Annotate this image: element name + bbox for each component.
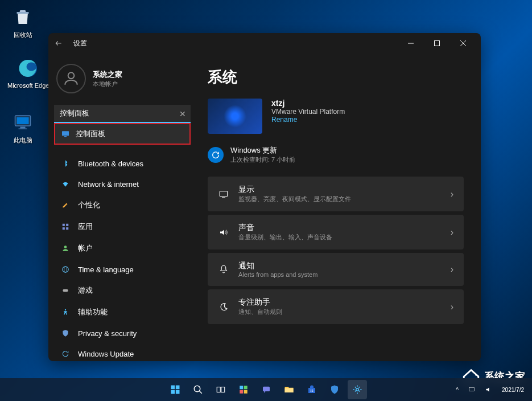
svg-rect-5 <box>19 129 27 130</box>
tray-network-icon[interactable] <box>465 386 478 394</box>
nav-privacy[interactable]: Privacy & security <box>54 324 191 343</box>
window-title: 设置 <box>73 39 87 48</box>
taskbar-settings[interactable] <box>348 380 367 399</box>
card-sound[interactable]: 声音音量级别、输出、输入、声音设备 › <box>208 215 464 249</box>
minimize-button[interactable] <box>398 34 424 52</box>
taskbar-taskview[interactable] <box>211 380 230 399</box>
card-sub: 音量级别、输出、输入、声音设备 <box>238 233 442 242</box>
svg-rect-15 <box>63 227 65 230</box>
recycle-bin-icon <box>11 6 34 28</box>
svg-rect-37 <box>244 390 247 394</box>
nav-personalization[interactable]: 个性化 <box>54 195 191 215</box>
svg-rect-20 <box>63 289 68 292</box>
game-icon <box>61 286 70 295</box>
card-display[interactable]: 显示监视器、亮度、夜间模式、显示配置文件 › <box>208 177 464 211</box>
card-sub: Alerts from apps and system <box>238 271 442 278</box>
svg-rect-11 <box>62 131 69 136</box>
desktop-icon-edge[interactable]: Microsoft Edge <box>7 57 49 89</box>
nav-list: Bluetooth & devices Network & internet 个… <box>54 154 191 361</box>
search-dropdown: 控制面板 <box>54 123 191 145</box>
taskbar-explorer[interactable] <box>279 380 299 399</box>
chevron-right-icon: › <box>451 227 453 238</box>
svg-rect-16 <box>66 227 68 230</box>
taskbar-security[interactable] <box>325 380 344 399</box>
nav-accessibility[interactable]: 辅助功能 <box>54 302 191 322</box>
nav-accounts[interactable]: 帐户 <box>54 238 191 259</box>
windows-update-row[interactable]: Windows 更新 上次检查时间: 7 小时前 <box>208 145 464 164</box>
accessibility-icon <box>61 308 70 317</box>
svg-point-21 <box>65 309 66 310</box>
svg-rect-22 <box>220 191 228 196</box>
svg-rect-4 <box>20 127 26 129</box>
tray-date[interactable]: 2021/7/2 <box>500 387 526 393</box>
chevron-right-icon: › <box>451 302 453 312</box>
svg-rect-26 <box>171 386 175 390</box>
nav-label: 个性化 <box>78 200 100 210</box>
svg-rect-29 <box>175 390 179 394</box>
taskbar-store[interactable] <box>302 380 321 399</box>
desktop-icon-recycle-bin[interactable]: 回收站 <box>11 6 34 39</box>
device-name: xtzj <box>271 99 345 108</box>
bell-icon <box>218 264 229 275</box>
nav-label: 游戏 <box>78 285 93 296</box>
chevron-right-icon: › <box>451 264 453 275</box>
nav-bluetooth[interactable]: Bluetooth & devices <box>54 154 191 173</box>
page-heading: 系统 <box>208 67 464 87</box>
nav-gaming[interactable]: 游戏 <box>54 280 191 301</box>
taskbar-search[interactable] <box>188 380 208 399</box>
taskbar-widgets[interactable] <box>234 380 253 399</box>
update-title: Windows 更新 <box>230 145 295 156</box>
profile-section[interactable]: 系统之家 本地帐户 <box>54 59 191 105</box>
nav-label: Time & language <box>78 265 134 274</box>
svg-rect-34 <box>240 386 243 389</box>
bluetooth-icon <box>61 159 70 168</box>
search-result-control-panel[interactable]: 控制面板 <box>55 124 189 144</box>
card-notifications[interactable]: 通知Alerts from apps and system › <box>208 253 464 286</box>
moon-icon <box>218 302 229 312</box>
nav-time-language[interactable]: Time & language <box>54 260 191 279</box>
profile-name: 系统之家 <box>93 69 122 80</box>
search-input[interactable] <box>54 105 191 123</box>
svg-rect-40 <box>308 388 315 393</box>
sound-icon <box>218 227 229 238</box>
nav-apps[interactable]: 应用 <box>54 216 191 237</box>
taskbar <box>0 378 532 401</box>
display-icon <box>218 189 229 199</box>
svg-rect-28 <box>171 390 175 394</box>
card-title: 专注助手 <box>238 297 442 308</box>
shield-icon <box>61 329 70 338</box>
sidebar: 系统之家 本地帐户 ✕ 控制面板 Bluetooth & devices Net… <box>48 54 196 361</box>
update-icon <box>61 349 70 358</box>
nav-label: 帐户 <box>78 243 93 253</box>
titlebar: 设置 <box>48 33 481 54</box>
clear-search-button[interactable]: ✕ <box>179 109 186 118</box>
svg-point-24 <box>475 374 477 376</box>
tray-chevron-up[interactable]: ^ <box>453 387 461 393</box>
card-title: 通知 <box>238 261 442 271</box>
wifi-icon <box>61 179 70 189</box>
nav-network[interactable]: Network & internet <box>54 174 191 194</box>
control-panel-icon <box>61 129 70 138</box>
svg-point-19 <box>64 267 67 273</box>
desktop-icon-this-pc[interactable]: 此电脑 <box>11 111 34 145</box>
system-tray: ^ 2021/7/2 <box>453 378 526 401</box>
back-button[interactable] <box>53 38 64 49</box>
nav-windows-update[interactable]: Windows Update <box>54 344 191 361</box>
nav-label: 应用 <box>78 222 93 232</box>
update-sub: 上次检查时间: 7 小时前 <box>230 156 295 164</box>
card-focus-assist[interactable]: 专注助手通知、自动规则 › <box>208 289 464 324</box>
svg-point-41 <box>356 388 358 391</box>
taskbar-chat[interactable] <box>257 380 276 399</box>
rename-link[interactable]: Rename <box>271 116 345 124</box>
start-button[interactable] <box>166 380 185 399</box>
maximize-button[interactable] <box>424 34 450 52</box>
close-button[interactable] <box>450 34 476 52</box>
svg-line-31 <box>199 391 202 394</box>
profile-sub: 本地帐户 <box>93 80 122 88</box>
device-info: xtzj VMware Virtual Platform Rename <box>208 99 464 134</box>
tray-volume-icon[interactable] <box>482 386 495 394</box>
svg-rect-35 <box>244 386 247 389</box>
svg-rect-39 <box>284 388 293 393</box>
apps-icon <box>61 222 70 231</box>
svg-rect-38 <box>263 387 270 391</box>
